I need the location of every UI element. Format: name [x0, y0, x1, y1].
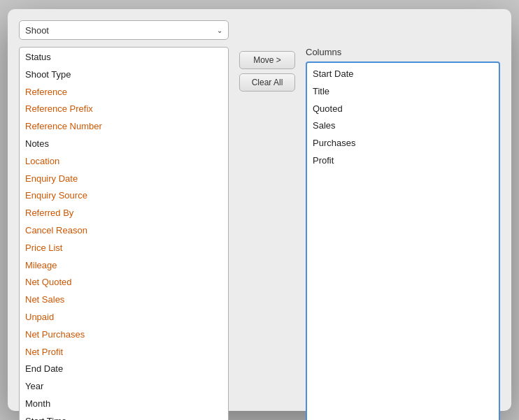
columns-label: Columns — [306, 47, 500, 57]
list-item[interactable]: Notes — [20, 136, 228, 153]
list-item[interactable]: Reference Number — [20, 118, 228, 136]
top-row: Shoot ⌄ — [19, 20, 500, 40]
list-item[interactable]: Month — [20, 396, 228, 413]
list-item[interactable]: Cancel Reason — [20, 222, 228, 240]
list-item[interactable]: Start Time — [20, 413, 228, 420]
list-item[interactable]: Enquiry Source — [20, 187, 228, 205]
list-item[interactable]: Shoot Type — [20, 66, 228, 84]
list-item[interactable]: Net Quoted — [20, 274, 228, 291]
shoot-dropdown-value: Shoot — [25, 25, 49, 36]
list-item[interactable]: Mileage — [20, 257, 228, 275]
list-item[interactable]: Net Profit — [20, 344, 228, 361]
middle-panel: Move > Clear All Move > Clear All — [236, 47, 299, 420]
list-item[interactable]: Reference Prefix — [20, 101, 228, 118]
move-to-columns-button[interactable]: Move > — [239, 51, 295, 69]
list-item[interactable]: Unpaid — [20, 309, 228, 326]
list-item[interactable]: Net Sales — [20, 291, 228, 309]
columns-item[interactable]: Quoted — [310, 101, 496, 118]
columns-item[interactable]: Start Date — [310, 66, 496, 83]
list-item[interactable]: Reference — [20, 84, 228, 101]
list-item[interactable]: Status — [20, 49, 228, 66]
clear-all-columns-button[interactable]: Clear All — [239, 73, 295, 92]
dialog: Shoot ⌄ StatusShoot TypeReferenceReferen… — [8, 9, 511, 411]
columns-item[interactable]: Title — [310, 83, 496, 101]
columns-section: Columns Start DateTitleQuotedSalesPurcha… — [306, 47, 500, 420]
main-content: StatusShoot TypeReferenceReference Prefi… — [19, 47, 500, 420]
list-item[interactable]: Enquiry Date — [20, 171, 228, 188]
list-item[interactable]: Referred By — [20, 205, 228, 222]
right-panel: Columns Start DateTitleQuotedSalesPurcha… — [306, 47, 500, 420]
chevron-down-icon: ⌄ — [217, 27, 222, 34]
columns-item[interactable]: Purchases — [310, 135, 496, 152]
list-item[interactable]: Net Purchases — [20, 326, 228, 344]
left-list-panel[interactable]: StatusShoot TypeReferenceReference Prefi… — [19, 47, 229, 420]
list-item[interactable]: Year — [20, 378, 228, 396]
shoot-dropdown[interactable]: Shoot ⌄ — [19, 20, 229, 40]
list-item[interactable]: End Date — [20, 361, 228, 378]
columns-item[interactable]: Profit — [310, 152, 496, 170]
columns-list[interactable]: Start DateTitleQuotedSalesPurchasesProfi… — [306, 61, 500, 420]
list-item[interactable]: Location — [20, 153, 228, 171]
list-item[interactable]: Price List — [20, 240, 228, 257]
columns-item[interactable]: Sales — [310, 117, 496, 135]
